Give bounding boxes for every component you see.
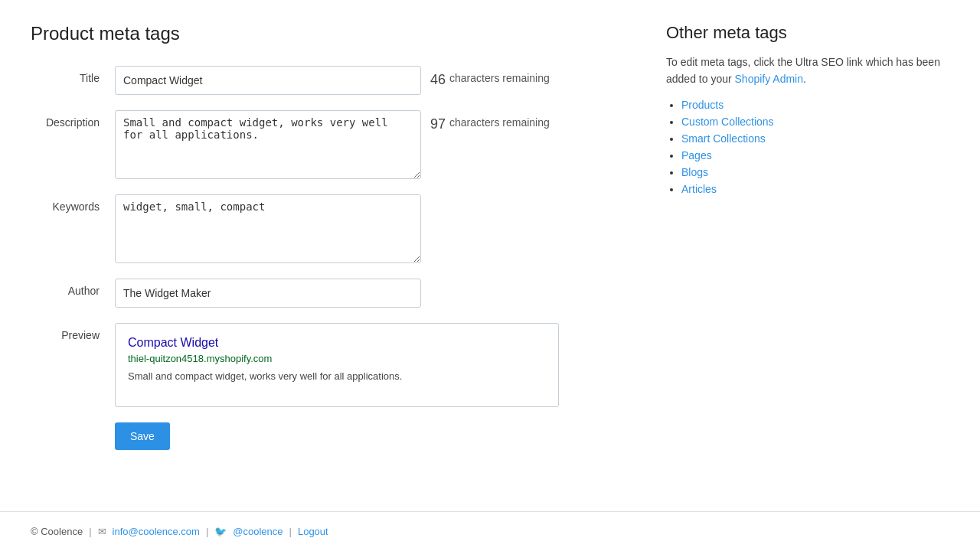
preview-field-wrapper: Compact Widget thiel-quitzon4518.myshopi… xyxy=(115,323,620,407)
author-row: Author xyxy=(31,279,620,308)
description-char-count: 97 characters remaining xyxy=(430,110,550,132)
title-label: Title xyxy=(31,66,115,84)
page-title: Product meta tags xyxy=(31,23,620,44)
footer: © Coolence | ✉ info@coolence.com | 🐦 @co… xyxy=(0,511,980,551)
list-item: Articles xyxy=(681,183,949,195)
right-panel: Other meta tags To edit meta tags, click… xyxy=(666,23,949,488)
title-input[interactable] xyxy=(115,66,421,95)
preview-title-link[interactable]: Compact Widget xyxy=(128,336,546,350)
title-chars-label: characters remaining xyxy=(449,72,550,84)
footer-twitter-link[interactable]: @coolence xyxy=(233,526,283,537)
author-label: Author xyxy=(31,279,115,297)
meta-link-custom-collections[interactable]: Custom Collections xyxy=(681,116,774,128)
preview-box: Compact Widget thiel-quitzon4518.myshopi… xyxy=(115,323,559,407)
title-char-count: 46 characters remaining xyxy=(430,66,550,88)
description-chars-label: characters remaining xyxy=(449,116,550,129)
other-meta-description: To edit meta tags, click the Ultra SEO l… xyxy=(666,54,949,88)
other-meta-list: Products Custom Collections Smart Collec… xyxy=(666,99,949,195)
twitter-icon: 🐦 xyxy=(214,526,227,537)
preview-row: Preview Compact Widget thiel-quitzon4518… xyxy=(31,323,620,407)
save-button[interactable]: Save xyxy=(115,422,170,450)
email-icon: ✉ xyxy=(98,526,106,537)
list-item: Pages xyxy=(681,149,949,161)
list-item: Products xyxy=(681,99,949,111)
title-row: Title 46 characters remaining xyxy=(31,66,620,95)
preview-description: Small and compact widget, works very wel… xyxy=(128,369,546,384)
footer-sep3: | xyxy=(289,526,292,537)
footer-sep1: | xyxy=(89,526,91,537)
footer-sep2: | xyxy=(206,526,208,537)
meta-link-blogs[interactable]: Blogs xyxy=(681,166,708,178)
footer-copyright: © Coolence xyxy=(31,526,83,537)
main-content: Product meta tags Title 46 characters re… xyxy=(0,0,980,511)
list-item: Blogs xyxy=(681,166,949,178)
preview-label: Preview xyxy=(31,323,115,341)
meta-link-products[interactable]: Products xyxy=(681,99,724,111)
meta-link-smart-collections[interactable]: Smart Collections xyxy=(681,132,766,145)
preview-url: thiel-quitzon4518.myshopify.com xyxy=(128,353,546,364)
title-field-wrapper: 46 characters remaining xyxy=(115,66,620,95)
page-wrapper: Product meta tags Title 46 characters re… xyxy=(0,0,980,551)
meta-link-pages[interactable]: Pages xyxy=(681,149,712,161)
footer-email-link[interactable]: info@coolence.com xyxy=(113,526,200,537)
other-meta-desc-suffix: . xyxy=(803,73,806,85)
keywords-row: Keywords widget, small, compact xyxy=(31,194,620,263)
keywords-input[interactable]: widget, small, compact xyxy=(115,194,421,263)
description-input[interactable]: Small and compact widget, works very wel… xyxy=(115,110,421,179)
other-meta-title: Other meta tags xyxy=(666,23,949,43)
shopify-admin-link[interactable]: Shopify Admin xyxy=(735,73,804,85)
description-row: Description Small and compact widget, wo… xyxy=(31,110,620,179)
description-field-wrapper: Small and compact widget, works very wel… xyxy=(115,110,620,179)
keywords-field-wrapper: widget, small, compact xyxy=(115,194,620,263)
description-label: Description xyxy=(31,110,115,129)
list-item: Smart Collections xyxy=(681,132,949,145)
list-item: Custom Collections xyxy=(681,116,949,128)
left-panel: Product meta tags Title 46 characters re… xyxy=(31,23,620,488)
title-chars-number: 46 xyxy=(430,72,446,88)
description-chars-number: 97 xyxy=(430,116,446,132)
keywords-label: Keywords xyxy=(31,194,115,213)
author-field-wrapper xyxy=(115,279,620,308)
meta-link-articles[interactable]: Articles xyxy=(681,183,717,195)
author-input[interactable] xyxy=(115,279,421,308)
footer-logout-link[interactable]: Logout xyxy=(298,526,328,537)
